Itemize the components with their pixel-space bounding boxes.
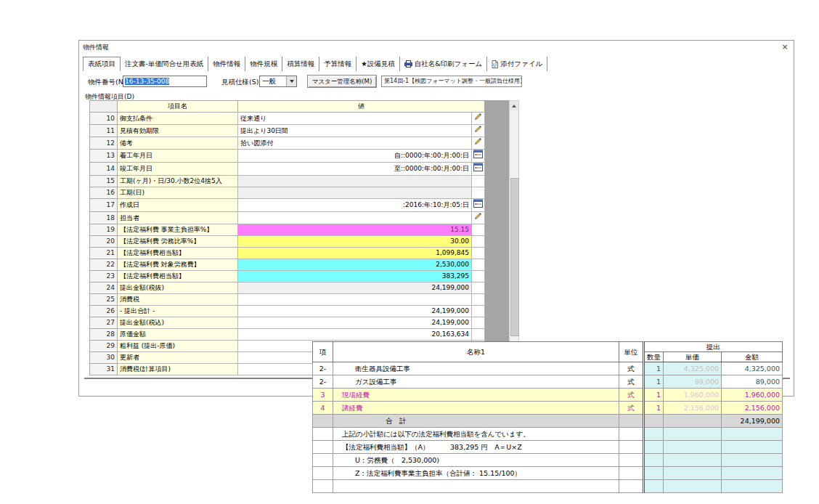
detail-unit-price[interactable] [664,480,722,493]
vertical-scrollbar[interactable] [509,100,519,367]
detail-qty[interactable]: 1 [644,375,664,389]
row-number[interactable]: 17 [90,199,118,212]
detail-item-name[interactable]: 衛生器具設備工事 [333,362,619,375]
detail-amount[interactable]: 24,199,000 [722,415,783,428]
calendar-icon[interactable] [472,199,485,212]
detail-item-no[interactable] [313,480,333,493]
item-value-cell[interactable]: 24,199,000 [238,306,472,317]
item-name-cell[interactable]: 消費税 [118,294,238,306]
detail-qty[interactable]: 1 [644,362,664,375]
item-name-cell[interactable]: 工期(日) [118,187,238,199]
detail-unit[interactable] [619,480,644,493]
tab-3[interactable]: 物件情報 [208,57,245,71]
item-name-cell[interactable]: 提出金額(税込) [118,317,238,329]
row-number[interactable]: 29 [90,341,118,352]
detail-qty[interactable] [644,480,664,493]
item-name-cell[interactable]: - 提出合計 - [118,306,238,317]
item-value-cell[interactable]: 拾い図添付 [238,137,472,150]
item-value-cell[interactable]: 提出より30日間 [238,125,472,137]
item-name-cell[interactable]: 【法定福利費相当額】 [118,248,238,259]
tab-2[interactable]: 注文書-単価問合せ用表紙 [121,57,208,71]
row-number[interactable]: 16 [90,187,118,199]
row-number[interactable]: 12 [90,137,118,150]
detail-unit[interactable] [619,415,644,428]
detail-item-name[interactable] [333,480,619,493]
detail-amount[interactable] [722,441,783,454]
pencil-icon[interactable] [472,125,485,137]
item-name-cell[interactable]: 更新者 [118,352,238,364]
item-name-cell[interactable]: 見積有効期限 [118,125,238,137]
item-value-cell[interactable]: 従来通り [238,113,472,125]
detail-qty[interactable] [644,454,664,467]
item-value-cell[interactable]: 2,530,000 [238,259,472,271]
item-name-cell[interactable]: 原価金額 [118,329,238,341]
item-name-cell[interactable]: 消費税(計算項目) [118,364,238,375]
item-value-cell[interactable]: 自::0000:年:00:月:00:日 [238,150,472,163]
row-number[interactable]: 28 [90,329,118,341]
detail-amount[interactable] [722,454,783,467]
detail-amount[interactable] [722,480,783,493]
row-number[interactable]: 25 [90,294,118,306]
detail-item-no[interactable]: 2- [313,362,333,375]
item-name-cell[interactable]: 【法定福利費 事業主負担率%】 [118,224,238,236]
detail-unit[interactable] [619,467,644,480]
tab-4[interactable]: 物件規模 [245,57,282,71]
detail-item-name[interactable]: 現場経費 [333,389,619,402]
row-number[interactable]: 20 [90,236,118,248]
tab-5[interactable]: 積算情報 [282,57,319,71]
detail-unit-price[interactable] [664,441,722,454]
detail-amount[interactable] [722,428,783,441]
detail-amount[interactable] [722,467,783,480]
detail-unit[interactable]: 式 [619,389,644,402]
chevron-down-icon[interactable] [286,76,296,86]
row-number[interactable]: 23 [90,271,118,283]
calendar-icon[interactable] [472,150,485,163]
detail-unit[interactable]: 式 [619,402,644,415]
detail-qty[interactable] [644,415,664,428]
detail-item-no[interactable]: 4 [313,402,333,415]
calendar-icon[interactable] [472,163,485,176]
detail-unit-price[interactable] [664,467,722,480]
item-name-cell[interactable]: 【法定福利費相当額】 [118,271,238,283]
item-value-cell[interactable] [238,187,472,199]
pencil-icon[interactable] [472,137,485,150]
item-value-cell[interactable]: 20,163,634 [238,329,472,341]
detail-qty[interactable] [644,467,664,480]
detail-qty[interactable] [644,441,664,454]
row-number[interactable]: 31 [90,364,118,375]
tab-7[interactable]: ★設備見積 [356,57,400,71]
detail-item-name[interactable]: Z：法定福利費事業主負担率（合計値： 15.15/100） [333,467,619,480]
item-value-cell[interactable] [238,212,472,224]
item-value-cell[interactable] [238,294,472,306]
row-number[interactable]: 18 [90,212,118,224]
item-value-cell[interactable]: :2016:年:10:月:05:日 [238,199,472,212]
detail-item-no[interactable]: 3 [313,389,333,402]
detail-amount[interactable]: 89,000 [722,375,783,389]
master-name-button[interactable]: マスター管理名称(M) [307,75,377,88]
row-number[interactable]: 22 [90,259,118,271]
item-value-cell[interactable]: 24,199,000 [238,283,472,294]
item-value-cell[interactable]: 至::0000:年:00:月:00:日 [238,163,472,176]
detail-unit-price[interactable] [664,428,722,441]
property-number-input[interactable]: 16-13-35-008 [123,76,207,87]
scroll-up-icon[interactable] [510,101,518,110]
detail-unit[interactable] [619,454,644,467]
item-value-cell[interactable]: 1,099,845 [238,248,472,259]
item-value-cell[interactable]: 30.00 [238,236,472,248]
detail-item-name[interactable]: ガス設備工事 [333,375,619,389]
item-name-cell[interactable]: 作成日 [118,199,238,212]
detail-item-no[interactable] [313,428,333,441]
detail-amount[interactable]: 2,156,000 [722,402,783,415]
row-number[interactable]: 30 [90,352,118,364]
item-name-cell[interactable]: 【法定福利費 対象労務費】 [118,259,238,271]
detail-unit[interactable] [619,428,644,441]
close-icon[interactable]: × [780,42,790,52]
detail-amount[interactable]: 1,960,000 [722,389,783,402]
pencil-icon[interactable] [472,212,485,224]
row-number[interactable]: 11 [90,125,118,137]
detail-qty[interactable]: 1 [644,402,664,415]
item-name-cell[interactable]: 担当者 [118,212,238,224]
item-value-cell[interactable]: 24,199,000 [238,317,472,329]
item-value-cell[interactable]: 15.15 [238,224,472,236]
tab-6[interactable]: 予算情報 [319,57,356,71]
